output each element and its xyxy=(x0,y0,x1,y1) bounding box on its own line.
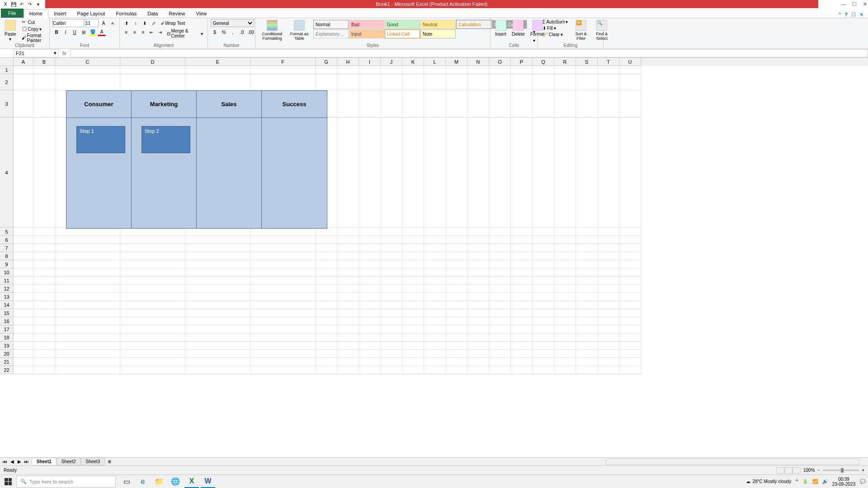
cell[interactable] xyxy=(533,366,554,374)
row-header[interactable]: 20 xyxy=(0,350,14,358)
cell[interactable] xyxy=(55,268,120,277)
swimlane-header-success[interactable]: Success xyxy=(262,91,327,118)
cell[interactable] xyxy=(402,293,424,301)
cell[interactable] xyxy=(55,66,120,74)
column-header[interactable]: P xyxy=(511,58,533,66)
cell[interactable] xyxy=(359,350,381,358)
cell[interactable] xyxy=(554,236,576,244)
cell[interactable] xyxy=(337,285,359,293)
cell[interactable] xyxy=(359,309,381,317)
cell[interactable] xyxy=(576,285,598,293)
cell[interactable] xyxy=(576,309,598,317)
cell[interactable] xyxy=(424,260,446,268)
column-header[interactable]: K xyxy=(402,58,424,66)
cell[interactable] xyxy=(467,358,489,366)
row-header[interactable]: 9 xyxy=(0,260,14,268)
cell[interactable] xyxy=(185,228,250,236)
row-header[interactable]: 4 xyxy=(0,117,14,228)
clock-time[interactable]: 00:39 xyxy=(832,477,855,482)
cell[interactable] xyxy=(467,90,489,117)
row-header[interactable]: 17 xyxy=(0,325,14,333)
cell[interactable] xyxy=(598,325,619,333)
cell[interactable] xyxy=(14,285,33,293)
cell[interactable] xyxy=(446,325,467,333)
cell[interactable] xyxy=(424,293,446,301)
row-header[interactable]: 8 xyxy=(0,252,14,260)
cell[interactable] xyxy=(576,66,598,74)
cell[interactable] xyxy=(33,228,55,236)
cell[interactable] xyxy=(489,260,511,268)
cell[interactable] xyxy=(381,350,402,358)
cell[interactable] xyxy=(554,228,576,236)
cell[interactable] xyxy=(576,74,598,90)
cell[interactable] xyxy=(185,317,250,325)
cell[interactable] xyxy=(619,285,641,293)
cell[interactable] xyxy=(619,325,641,333)
cell[interactable] xyxy=(120,342,185,350)
step-box-1[interactable]: Step 1 xyxy=(76,126,125,153)
minimize-button[interactable]: — xyxy=(841,1,846,7)
cell[interactable] xyxy=(446,66,467,74)
cell[interactable] xyxy=(316,277,337,285)
cell[interactable] xyxy=(467,236,489,244)
cell[interactable] xyxy=(489,350,511,358)
cell[interactable] xyxy=(359,260,381,268)
row-header[interactable]: 1 xyxy=(0,66,14,74)
cell[interactable] xyxy=(381,333,402,342)
cell[interactable] xyxy=(554,325,576,333)
cell[interactable] xyxy=(402,117,424,228)
cell[interactable] xyxy=(120,325,185,333)
swimlane-lane-consumer[interactable]: Step 1 xyxy=(66,118,132,228)
cell[interactable] xyxy=(55,74,120,90)
style-input[interactable]: Input xyxy=(349,29,384,38)
font-size-select[interactable] xyxy=(85,19,99,27)
cell[interactable] xyxy=(120,252,185,260)
sheet-nav-prev-icon[interactable]: ◀ xyxy=(9,459,15,464)
style-note[interactable]: Note xyxy=(420,29,456,38)
cell[interactable] xyxy=(446,268,467,277)
cell[interactable] xyxy=(598,252,619,260)
cell[interactable] xyxy=(424,90,446,117)
cell[interactable] xyxy=(554,293,576,301)
cell[interactable] xyxy=(489,325,511,333)
cell[interactable] xyxy=(598,309,619,317)
cell[interactable] xyxy=(33,293,55,301)
cell[interactable] xyxy=(576,277,598,285)
italic-button[interactable]: I xyxy=(61,28,70,36)
autosum-button[interactable]: ΣAutoSum▾ xyxy=(541,19,570,25)
cell[interactable] xyxy=(619,252,641,260)
cell[interactable] xyxy=(14,309,33,317)
cell[interactable] xyxy=(619,301,641,309)
maximize-button[interactable]: ☐ xyxy=(852,1,857,7)
cell[interactable] xyxy=(316,74,337,90)
cell[interactable] xyxy=(250,342,316,350)
cell[interactable] xyxy=(446,74,467,90)
cell[interactable] xyxy=(576,317,598,325)
cell[interactable] xyxy=(33,285,55,293)
cell[interactable] xyxy=(576,117,598,228)
cell[interactable] xyxy=(446,252,467,260)
column-header[interactable]: H xyxy=(337,58,359,66)
cell[interactable] xyxy=(533,74,554,90)
cell[interactable] xyxy=(250,66,316,74)
cell[interactable] xyxy=(424,301,446,309)
tray-volume-icon[interactable]: 🔊 xyxy=(822,479,828,484)
cell[interactable] xyxy=(533,317,554,325)
cell[interactable] xyxy=(55,244,120,252)
cell[interactable] xyxy=(511,90,533,117)
cell[interactable] xyxy=(402,252,424,260)
copy-button[interactable]: 📋Copy▾ xyxy=(20,26,47,32)
cell[interactable] xyxy=(533,333,554,342)
cell[interactable] xyxy=(402,366,424,374)
cell[interactable] xyxy=(511,358,533,366)
cell[interactable] xyxy=(120,66,185,74)
cell[interactable] xyxy=(554,285,576,293)
cell[interactable] xyxy=(337,66,359,74)
cell[interactable] xyxy=(14,358,33,366)
decrease-indent-icon[interactable]: ⇤ xyxy=(148,28,156,36)
cell[interactable] xyxy=(619,277,641,285)
notifications-icon[interactable]: 💬 xyxy=(860,479,865,484)
column-header[interactable]: U xyxy=(619,58,641,66)
cell[interactable] xyxy=(424,236,446,244)
cell[interactable] xyxy=(467,252,489,260)
